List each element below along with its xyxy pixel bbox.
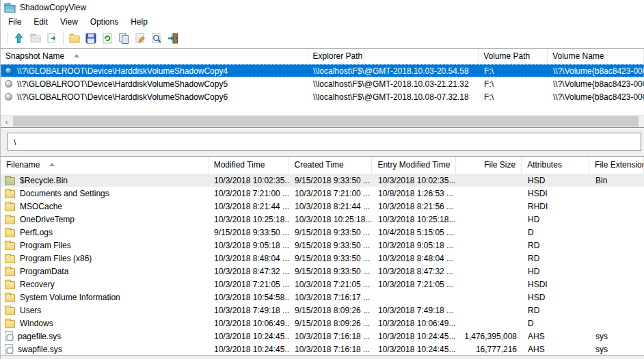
- entry-modified-time: [373, 291, 457, 304]
- column-header-file-size[interactable]: File Size: [456, 157, 522, 174]
- file-row[interactable]: ProgramData 10/3/2018 8:47:32 ... 9/15/2…: [1, 265, 644, 278]
- snapshot-row[interactable]: \\?\GLOBALROOT\Device\HarddiskVolumeShad…: [1, 90, 644, 103]
- file-row[interactable]: Users 10/3/2018 7:49:18 ... 9/15/2018 8:…: [1, 304, 644, 317]
- entry-modified-time: 10/3/2018 8:21:56 ...: [373, 200, 457, 213]
- file-size: [457, 291, 522, 304]
- open-in-explorer-button[interactable]: [27, 30, 44, 46]
- menu-help[interactable]: Help: [124, 16, 154, 28]
- entry-modified-time: 10/3/2018 7:49:18 ...: [373, 304, 457, 317]
- save-icon: [85, 32, 97, 44]
- entry-modified-time: 10/3/2018 8:48:04 ...: [373, 252, 457, 265]
- attributes: HD: [522, 213, 590, 226]
- column-header-created-time[interactable]: Created Time: [289, 157, 373, 174]
- properties-button[interactable]: [132, 30, 148, 46]
- filename: pagefile.sys: [18, 332, 61, 341]
- file-extension: [590, 239, 644, 252]
- column-header-file-extension[interactable]: File Extension: [589, 157, 644, 174]
- file-extension: [590, 200, 644, 213]
- scroll-left-button[interactable]: ‹: [1, 116, 12, 127]
- file-size: [457, 265, 522, 278]
- attributes: RD: [522, 252, 590, 265]
- column-header-filename[interactable]: Filename: [1, 157, 209, 174]
- export-button[interactable]: [44, 30, 60, 46]
- created-time: 10/3/2018 7:21:00 ...: [289, 187, 373, 200]
- file-extension: [590, 304, 644, 317]
- menu-options[interactable]: Options: [84, 16, 124, 28]
- attributes: HSD: [522, 291, 590, 304]
- file-row[interactable]: MSOCache 10/3/2018 8:21:44 ... 10/3/2018…: [1, 200, 644, 213]
- attributes: HSD: [522, 174, 590, 187]
- attributes: AHS: [522, 330, 590, 343]
- entry-modified-time: 10/3/2018 10:24:45...: [373, 330, 457, 343]
- toolbar-separator: [8, 31, 8, 45]
- column-header-volume-path[interactable]: Volume Path: [479, 49, 548, 64]
- file-row[interactable]: $Recycle.Bin 10/3/2018 10:02:35... 9/15/…: [1, 174, 644, 187]
- column-header-volume-name[interactable]: Volume Name: [548, 49, 644, 64]
- created-time: 9/15/2018 8:09:26 ...: [289, 304, 373, 317]
- file-row[interactable]: PerfLogs 9/15/2018 9:33:50 ... 9/15/2018…: [1, 226, 644, 239]
- save-button[interactable]: [83, 30, 99, 46]
- folder-icon: [5, 294, 15, 302]
- refresh-button[interactable]: [99, 30, 116, 46]
- snapshot-row[interactable]: \\?\GLOBALROOT\Device\HarddiskVolumeShad…: [1, 77, 644, 90]
- entry-modified-time: 10/3/2018 10:06:49...: [373, 317, 457, 330]
- file-row[interactable]: pagefile.sys 10/3/2018 10:24:45... 10/3/…: [1, 330, 644, 343]
- open-in-explorer-icon: [29, 32, 42, 44]
- created-time: 9/15/2018 9:33:50 ...: [289, 226, 373, 239]
- menu-file[interactable]: File: [2, 16, 27, 28]
- shadow-copy-icon: [5, 93, 12, 101]
- file-extension: [590, 278, 644, 291]
- title-bar: ShadowCopyView: [1, 0, 644, 15]
- column-header-snapshot-name[interactable]: Snapshot Name: [1, 49, 308, 64]
- explorer-path: \\localhost\F$\@GMT-2018.10.08-07.32.18: [308, 92, 479, 102]
- entry-modified-time: 10/4/2018 5:15:05 ...: [373, 226, 457, 239]
- file-row[interactable]: Windows 10/3/2018 10:06:49... 9/15/2018 …: [1, 317, 644, 330]
- folder-icon: [5, 229, 15, 237]
- horizontal-scrollbar[interactable]: ‹: [1, 115, 644, 127]
- column-header-entry-modified-time[interactable]: Entry Modified Time: [372, 157, 456, 174]
- file-size: [457, 304, 522, 317]
- created-time: 10/3/2018 8:21:44 ...: [289, 200, 373, 213]
- filename: Program Files (x86): [20, 254, 92, 263]
- exit-button[interactable]: [165, 30, 181, 46]
- file-extension: Bin: [590, 174, 644, 187]
- file-extension: sys: [590, 343, 644, 356]
- shadow-copy-icon: [5, 80, 12, 88]
- copy-button[interactable]: [116, 30, 132, 46]
- filename: MSOCache: [20, 202, 62, 211]
- snapshot-row[interactable]: \\?\GLOBALROOT\Device\HarddiskVolumeShad…: [1, 64, 644, 77]
- file-size: [457, 187, 522, 200]
- folder-icon: [5, 255, 15, 263]
- file-row[interactable]: Documents and Settings 10/3/2018 7:21:00…: [1, 187, 644, 200]
- files-panel: Filename Modified Time Created Time Entr…: [1, 156, 644, 359]
- volume-path: F:\: [479, 79, 548, 89]
- file-size: [457, 317, 522, 330]
- go-up-button[interactable]: [11, 30, 27, 46]
- file-size: [457, 213, 522, 226]
- sort-ascending-icon: [74, 54, 79, 57]
- file-row[interactable]: Program Files 10/3/2018 9:05:18 ... 9/15…: [1, 239, 644, 252]
- file-row[interactable]: swapfile.sys 10/3/2018 10:24:45... 10/3/…: [1, 343, 644, 356]
- volume-path: F:\: [479, 66, 548, 76]
- find-button[interactable]: [148, 30, 165, 46]
- file-row[interactable]: System Volume Information 10/3/2018 10:5…: [1, 291, 644, 304]
- created-time: 10/3/2018 7:16:17 ...: [289, 291, 373, 304]
- snapshot-name: \\?\GLOBALROOT\Device\HarddiskVolumeShad…: [17, 79, 228, 89]
- filename: Recovery: [20, 280, 55, 289]
- file-row[interactable]: OneDriveTemp 10/3/2018 10:25:18... 10/3/…: [1, 213, 644, 226]
- menu-edit[interactable]: Edit: [27, 16, 54, 28]
- files-header: Filename Modified Time Created Time Entr…: [1, 157, 644, 174]
- entry-modified-time: 10/3/2018 9:05:18 ...: [373, 239, 457, 252]
- column-header-modified-time[interactable]: Modified Time: [209, 157, 289, 174]
- entry-modified-time: 10/3/2018 10:02:35...: [373, 174, 457, 187]
- column-header-explorer-path[interactable]: Explorer Path: [308, 49, 479, 64]
- current-path-input[interactable]: [8, 133, 641, 151]
- entry-modified-time: 10/3/2018 10:24:45...: [373, 343, 457, 356]
- open-folder-button[interactable]: [66, 30, 83, 46]
- menu-view[interactable]: View: [54, 16, 84, 28]
- scrollbar-thumb[interactable]: [13, 116, 639, 127]
- entry-modified-time: 10/3/2018 10:25:18...: [373, 213, 457, 226]
- column-header-attributes[interactable]: Attributes: [522, 157, 589, 174]
- file-row[interactable]: Program Files (x86) 10/3/2018 8:48:04 ..…: [1, 252, 644, 265]
- file-row[interactable]: Recovery 10/3/2018 7:21:05 ... 10/3/2018…: [1, 278, 644, 291]
